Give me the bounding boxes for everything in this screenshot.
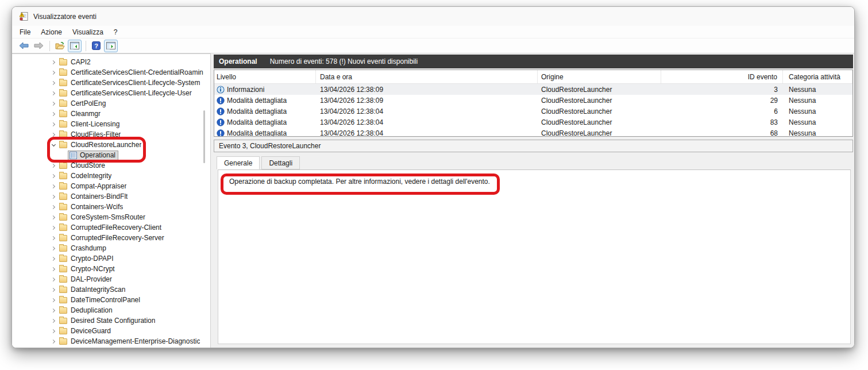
column-header-data-e-ora[interactable]: Data e ora xyxy=(316,70,538,83)
toolbar-separator xyxy=(49,41,50,51)
event-level-text: Modalità dettagliata xyxy=(227,129,287,137)
tree-item-deviceguard[interactable]: DeviceGuard xyxy=(12,326,205,336)
tree-item-containers-bindflt[interactable]: Containers-BindFlt xyxy=(12,191,205,202)
tree-item-operational[interactable]: Operational xyxy=(12,150,205,160)
tree-item-deduplication[interactable]: Deduplication xyxy=(12,305,205,315)
column-header-categoria-attivit[interactable]: Categoria attività xyxy=(783,70,852,83)
forward-button[interactable] xyxy=(32,40,45,52)
log-header-bar: Operational Numero di eventi: 578 (!) Nu… xyxy=(214,55,853,68)
tab-dettagli[interactable]: Dettagli xyxy=(261,156,300,169)
tree-item-certpoleng[interactable]: CertPolEng xyxy=(12,98,205,109)
chevron-right-icon[interactable] xyxy=(50,203,57,211)
chevron-right-icon[interactable] xyxy=(50,224,57,232)
chevron-right-icon[interactable] xyxy=(50,255,57,263)
tree-item-cleanmgr[interactable]: Cleanmgr xyxy=(12,109,205,119)
column-header-origine[interactable]: Origine xyxy=(538,70,661,83)
tree-item-corruptedfilerecovery-server[interactable]: CorruptedFileRecovery-Server xyxy=(12,233,205,243)
chevron-down-icon[interactable] xyxy=(50,141,57,149)
menu-file[interactable]: File xyxy=(14,26,36,38)
tree-item-crypto-dpapi[interactable]: Crypto-DPAPI xyxy=(12,253,205,264)
chevron-right-icon[interactable] xyxy=(50,90,57,97)
tree-item-certificateservicesclient-credentialroamin[interactable]: CertificateServicesClient-CredentialRoam… xyxy=(12,67,205,78)
event-row[interactable]: Modalità dettagliata13/04/2026 12:38:04C… xyxy=(214,117,852,128)
help-button[interactable]: ? xyxy=(89,40,103,52)
event-row[interactable]: Modalità dettagliata13/04/2026 12:38:09C… xyxy=(214,95,852,106)
menu-help[interactable]: ? xyxy=(109,26,123,38)
toggle-console-tree-button[interactable] xyxy=(68,40,82,52)
back-button[interactable] xyxy=(17,40,30,52)
event-row[interactable]: Modalità dettagliata13/04/2026 12:38:04C… xyxy=(214,106,852,117)
column-header-id-evento[interactable]: ID evento xyxy=(661,70,783,83)
open-saved-log-button[interactable] xyxy=(53,40,67,52)
chevron-right-icon[interactable] xyxy=(50,338,57,345)
chevron-right-icon[interactable] xyxy=(50,79,57,87)
folder-icon xyxy=(59,276,67,283)
tree-item-containers-wcifs[interactable]: Containers-Wcifs xyxy=(12,202,205,212)
chevron-right-icon[interactable] xyxy=(50,59,57,66)
folder-icon xyxy=(59,214,67,221)
folder-icon xyxy=(59,328,67,334)
chevron-right-icon[interactable] xyxy=(50,234,57,242)
chevron-right-icon[interactable] xyxy=(50,162,57,169)
tree-item-coresystem-smsrouter[interactable]: CoreSystem-SmsRouter xyxy=(12,212,205,222)
folder-icon xyxy=(59,163,67,169)
chevron-right-icon[interactable] xyxy=(50,131,57,138)
event-source: CloudRestoreLauncher xyxy=(538,95,661,106)
tree-item-label: Containers-BindFlt xyxy=(71,192,128,201)
folder-icon xyxy=(59,256,67,262)
tree-item-crashdump[interactable]: Crashdump xyxy=(12,243,205,253)
chevron-right-icon[interactable] xyxy=(50,172,57,180)
tree-item-devicemanagement-enterprise-diagnostic[interactable]: DeviceManagement-Enterprise-Diagnostic xyxy=(12,336,205,346)
tree-item-desired-state-configuration[interactable]: Desired State Configuration xyxy=(12,315,205,326)
event-row[interactable]: Informazioni13/04/2026 12:38:09CloudRest… xyxy=(214,84,852,95)
chevron-right-icon[interactable] xyxy=(50,245,57,252)
chevron-right-icon[interactable] xyxy=(50,193,57,201)
chevron-right-icon[interactable] xyxy=(50,307,57,314)
tree-item-dal-provider[interactable]: DAL-Provider xyxy=(12,274,205,284)
chevron-right-icon[interactable] xyxy=(50,276,57,283)
tree-item-dataintegrityscan[interactable]: DataIntegrityScan xyxy=(12,284,205,295)
folder-icon xyxy=(59,245,67,252)
event-row[interactable]: Modalità dettagliata13/04/2026 12:38:04C… xyxy=(214,128,852,137)
tree-item-capi2[interactable]: CAPI2 xyxy=(12,57,205,67)
tree-item-corruptedfilerecovery-client[interactable]: CorruptedFileRecovery-Client xyxy=(12,222,205,233)
tree-item-cloudrestorelauncher[interactable]: CloudRestoreLauncher xyxy=(12,140,205,150)
tree-item-label: DateTimeControlPanel xyxy=(71,296,140,304)
tree-item-label: Client-Licensing xyxy=(71,120,119,128)
chevron-right-icon[interactable] xyxy=(50,121,57,128)
chevron-right-icon[interactable] xyxy=(50,183,57,190)
tree-item-label: Crypto-NCrypt xyxy=(71,265,115,273)
chevron-right-icon[interactable] xyxy=(50,110,57,118)
event-category: Nessuna xyxy=(783,84,852,95)
event-level-text: Modalità dettagliata xyxy=(227,118,287,126)
tree-item-datetimecontrolpanel[interactable]: DateTimeControlPanel xyxy=(12,295,205,305)
chevron-right-icon[interactable] xyxy=(50,265,57,273)
tree-item-certificateservicesclient-lifecycle-system[interactable]: CertificateServicesClient-Lifecycle-Syst… xyxy=(12,78,205,88)
tree-item-compat-appraiser[interactable]: Compat-Appraiser xyxy=(12,181,205,191)
chevron-right-icon[interactable] xyxy=(50,286,57,294)
chevron-right-icon[interactable] xyxy=(50,69,57,76)
event-level-cell: Modalità dettagliata xyxy=(214,106,316,117)
tree-item-crypto-ncrypt[interactable]: Crypto-NCrypt xyxy=(12,264,205,274)
chevron-right-icon[interactable] xyxy=(50,327,57,335)
tree-item-label: CloudStore xyxy=(71,161,105,169)
tree-item-cloudfiles-filter[interactable]: CloudFiles-Filter xyxy=(12,129,205,140)
menu-visualizza[interactable]: Visualizza xyxy=(67,26,109,38)
tree-scrollbar[interactable] xyxy=(203,110,205,163)
menu-azione[interactable]: Azione xyxy=(36,26,67,38)
chevron-right-icon[interactable] xyxy=(50,296,57,304)
column-header-livello[interactable]: Livello xyxy=(214,70,316,83)
tab-generale[interactable]: Generale xyxy=(217,156,260,169)
tree-item-codeintegrity[interactable]: CodeIntegrity xyxy=(12,171,205,181)
chevron-right-icon[interactable] xyxy=(50,100,57,107)
event-level-cell: Modalità dettagliata xyxy=(214,128,316,137)
app-body: CAPI2CertificateServicesClient-Credentia… xyxy=(12,53,854,348)
toggle-action-pane-button[interactable] xyxy=(104,40,118,52)
tree-item-certificateservicesclient-lifecycle-user[interactable]: CertificateServicesClient-Lifecycle-User xyxy=(12,88,205,98)
tree-item-client-licensing[interactable]: Client-Licensing xyxy=(12,119,205,129)
tree-item-label: Cleanmgr xyxy=(71,110,101,118)
chevron-right-icon[interactable] xyxy=(50,214,57,221)
chevron-right-icon[interactable] xyxy=(50,317,57,325)
tree-item-cloudstore[interactable]: CloudStore xyxy=(12,160,205,171)
tree: CAPI2CertificateServicesClient-Credentia… xyxy=(12,57,205,346)
